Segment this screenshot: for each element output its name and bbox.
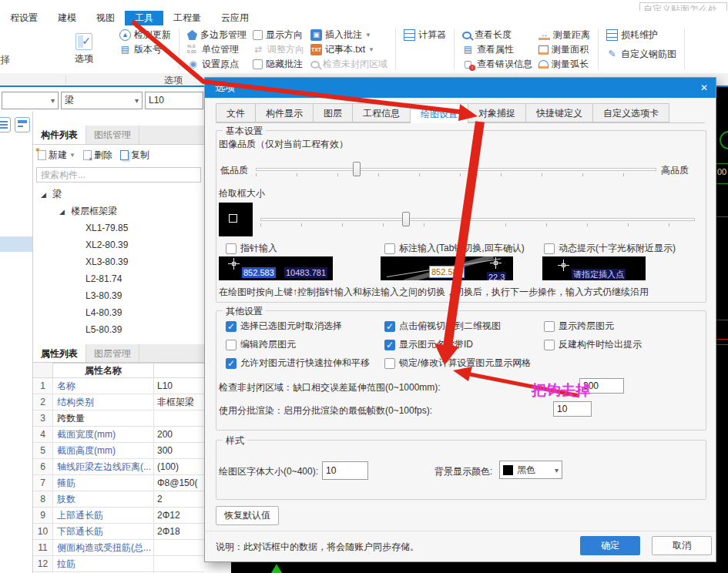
measure-area-button[interactable]: 测量面积	[535, 42, 593, 57]
view-errors-button[interactable]: ▢ 查看错误信息	[459, 57, 535, 72]
menu-cloud[interactable]: 云应用	[211, 11, 259, 25]
tab-component-display[interactable]: 构件显示	[255, 103, 313, 122]
update-group: ▲ 检测更新 ▤ 版本号	[116, 25, 174, 73]
restore-defaults-button[interactable]: 恢复默认值	[216, 506, 279, 525]
bg-color-select[interactable]: 黑色	[499, 461, 562, 479]
ok-button[interactable]: 确定	[580, 536, 640, 555]
panel-window-icon[interactable]	[15, 117, 30, 132]
custom-rebar-button[interactable]: ✎ 自定义钢筋图	[603, 47, 679, 62]
menu-project-settings[interactable]: 程设置	[0, 11, 48, 25]
tab-file[interactable]: 文件	[216, 103, 255, 122]
tree-node-floor-frame-beam[interactable]: ◢ 楼层框架梁	[33, 203, 204, 219]
tree-item[interactable]: L4-80.39	[33, 304, 204, 321]
new-button[interactable]: 新建 ▼	[38, 149, 75, 162]
element-name-select[interactable]: L10	[145, 92, 203, 109]
show-crosslayer-checkbox[interactable]: 显示跨层图元	[544, 320, 614, 333]
tab-component-list[interactable]: 构件列表	[33, 126, 86, 144]
tab-layer-manage[interactable]: 图层管理	[86, 344, 139, 363]
show-direction-toggle[interactable]: 显示方向	[250, 28, 307, 42]
delete-button[interactable]: 删除	[83, 149, 112, 162]
topview-2d-checkbox[interactable]: 点击俯视切换到二维视图	[384, 320, 501, 333]
view-properties-button[interactable]: ▤ 查看属性	[459, 42, 535, 57]
quick-stretch-checkbox[interactable]: 允许对图元进行快速拉伸和平移	[226, 357, 370, 370]
tree-item[interactable]: XL1-79.85	[33, 219, 204, 236]
edit-crosslayer-checkbox[interactable]: 编辑跨层图元	[226, 338, 296, 351]
tab-property-list[interactable]: 属性列表	[33, 344, 86, 363]
loss-maintain-button[interactable]: 损耗维护	[603, 28, 679, 42]
component-search-input[interactable]: 搜索构件...	[36, 167, 201, 183]
tree-item[interactable]: XL2-80.39	[33, 236, 204, 253]
hide-annotation-toggle[interactable]: 隐藏批注	[250, 57, 307, 72]
quality-slider-track[interactable]	[256, 168, 656, 171]
tree-expand-icon[interactable]: ◢	[41, 191, 46, 199]
pickbox-slider-track[interactable]	[260, 218, 695, 221]
set-origin-button[interactable]: ◉ 设置原点	[184, 57, 250, 72]
tree-item[interactable]: L3-80.39	[33, 287, 204, 304]
polygon-manage-button[interactable]: 多边形管理	[184, 28, 250, 42]
category-select-arrow-holder[interactable]	[2, 92, 59, 109]
quality-slider-handle[interactable]	[353, 162, 361, 176]
tree-node-beam[interactable]: ◢ 梁	[33, 186, 204, 203]
menu-bar: 程设置 建模 视图 工具 工程量 云应用	[0, 11, 728, 25]
bg-color-label: 背景显示颜色:	[434, 465, 492, 478]
menu-tools[interactable]: 工具	[125, 11, 163, 25]
tab-layer[interactable]: 图层	[313, 103, 352, 122]
version-button[interactable]: ▤ 版本号	[116, 42, 174, 57]
dimension-label: 00	[717, 167, 726, 176]
view-length-icon	[462, 32, 471, 39]
element-type-select[interactable]: 梁	[61, 92, 143, 109]
deselect-selected-checkbox[interactable]: 选择已选图元时取消选择	[226, 320, 342, 333]
tab-project-info[interactable]: 工程信息	[352, 103, 410, 122]
close-icon[interactable]: ✕	[693, 78, 716, 98]
chevron-down-icon: ▼	[365, 32, 371, 39]
crosshair-icon	[490, 257, 502, 269]
adjust-direction-icon: ⇄	[253, 44, 264, 55]
tree-item[interactable]: L2-81.74	[33, 270, 204, 287]
tab-shortcut-keys[interactable]: 快捷键定义	[525, 103, 592, 122]
font-size-input[interactable]	[322, 461, 368, 480]
dialog-title-bar[interactable]: 选项	[205, 78, 716, 98]
tree-item[interactable]: L5-80.39	[33, 321, 204, 338]
measure-arc-button[interactable]: 测量弧长	[535, 57, 593, 72]
gap-range-input[interactable]	[579, 378, 624, 394]
show-direction-checkbox[interactable]	[253, 30, 263, 40]
pointer-input-checkbox[interactable]: 指针输入	[226, 242, 277, 255]
cancel-button[interactable]: 取消	[652, 536, 712, 555]
pencil-icon: ✎	[606, 49, 618, 60]
dimension-input-checkbox[interactable]: 标注输入(Tab键切换,回车确认)	[384, 242, 525, 255]
menu-quantity[interactable]: 工程量	[163, 11, 211, 25]
pickbox-slider-handle[interactable]	[402, 212, 410, 226]
tree-expand-icon[interactable]: ◢	[59, 208, 65, 216]
ribbon-divider	[598, 28, 599, 70]
tab-custom-tab[interactable]: 自定义选项卡	[592, 103, 669, 122]
view-length-button[interactable]: 查看长度	[459, 28, 535, 42]
menu-view[interactable]: 视图	[86, 11, 125, 25]
tab-drawing-settings[interactable]: 绘图设置	[410, 103, 468, 123]
clipped-label: 择	[0, 53, 10, 73]
dynamic-hint-checkbox[interactable]: 动态提示(十字光标附近显示)	[544, 242, 676, 255]
dialog-tab-bar: 文件 构件显示 图层 工程信息 绘图设置 对象捕捉 快捷键定义 自定义选项卡	[216, 103, 705, 123]
show-id-checkbox[interactable]: 显示图元名称带ID	[384, 338, 473, 351]
grid-bubble-icon	[720, 131, 728, 149]
calculator-button[interactable]: 计算器	[401, 28, 449, 42]
image-quality-label: 图像品质（仅对当前工程有效）	[219, 138, 348, 151]
notepad-button[interactable]: TXT 记事本.txt ▼	[307, 42, 391, 57]
rebuild-hint-checkbox[interactable]: 反建构件时给出提示	[544, 338, 642, 351]
hide-annotation-checkbox[interactable]	[253, 59, 263, 69]
tab-object-snap[interactable]: 对象捕捉	[468, 103, 525, 122]
check-update-button[interactable]: ▲ 检测更新	[116, 28, 174, 42]
pickbox-size-label: 拾取框大小	[219, 187, 265, 200]
min-fps-input[interactable]	[553, 401, 592, 417]
ribbon-divider	[395, 28, 396, 70]
view-group: 查看长度 ▤ 查看属性 ▢ 查看错误信息	[459, 25, 535, 73]
insert-annotation-button[interactable]: ▣ 插入批注 ▼	[307, 28, 391, 42]
options-button[interactable]: 选项	[62, 25, 106, 73]
measure-distance-button[interactable]: ↔ 测量距离	[535, 28, 593, 42]
unit-manage-button[interactable]: %.00.00 单位管理	[184, 42, 250, 57]
copy-button[interactable]: 复制	[120, 149, 149, 162]
lock-grid-checkbox[interactable]: 锁定/修改计算设置图元显示网格	[384, 357, 531, 370]
tab-drawing-manage[interactable]: 图纸管理	[86, 126, 139, 144]
menu-modeling[interactable]: 建模	[48, 11, 86, 25]
tree-item[interactable]: XL3-80.39	[33, 253, 204, 270]
panel-list-icon[interactable]	[0, 117, 11, 132]
